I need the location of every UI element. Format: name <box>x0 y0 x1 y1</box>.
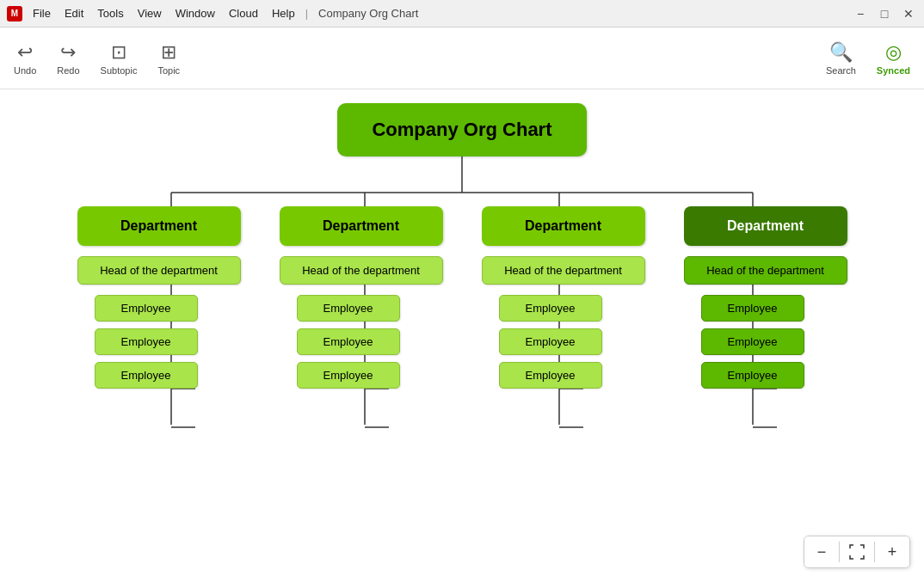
org-chart: Company Org Chart Department Head of the… <box>75 89 849 389</box>
menu-tools[interactable]: Tools <box>97 7 123 20</box>
emp-node-4-3[interactable]: Employee <box>701 362 804 389</box>
toolbar-left: ↩ Undo ↪ Redo ⊡ Subtopic ⊞ Topic <box>14 41 180 76</box>
toolbar: ↩ Undo ↪ Redo ⊡ Subtopic ⊞ Topic 🔍 Searc… <box>0 28 924 89</box>
app-logo: M <box>7 6 22 21</box>
head-label-3: Head of the department <box>504 264 622 277</box>
emp-node-3-3[interactable]: Employee <box>499 362 602 389</box>
zoom-out-button[interactable]: − <box>804 536 839 567</box>
emp-label-4-2: Employee <box>728 335 778 348</box>
emp-node-2-3[interactable]: Employee <box>297 362 400 389</box>
window-controls: − □ ✕ <box>852 5 917 22</box>
emp-node-3-1[interactable]: Employee <box>499 295 602 322</box>
emp-node-1-2[interactable]: Employee <box>95 328 198 355</box>
topic-button[interactable]: ⊞ Topic <box>157 41 180 76</box>
dept-column-4: Department Head of the department Employ… <box>681 206 849 389</box>
close-button[interactable]: ✕ <box>900 5 917 22</box>
subtopic-label: Subtopic <box>101 65 138 76</box>
synced-icon: ◎ <box>885 41 902 64</box>
dept-column-1: Department Head of the department Employ… <box>75 206 243 389</box>
minimize-button[interactable]: − <box>852 5 869 22</box>
root-label: Company Org Chart <box>372 119 551 140</box>
redo-button[interactable]: ↪ Redo <box>57 41 79 76</box>
root-node[interactable]: Company Org Chart <box>337 103 586 156</box>
redo-label: Redo <box>57 65 79 76</box>
dept-label-1: Department <box>120 218 197 233</box>
emp-label-3-2: Employee <box>526 335 576 348</box>
dept-node-1[interactable]: Department <box>77 206 241 246</box>
title-bar: M File Edit Tools View Window Cloud Help… <box>0 0 924 28</box>
dept-node-4[interactable]: Department <box>684 206 847 246</box>
emp-node-1-1[interactable]: Employee <box>95 295 198 322</box>
topic-label: Topic <box>157 65 180 76</box>
employees-list-3: Employee Employee Employee <box>482 295 645 389</box>
emp-label-4-1: Employee <box>728 302 778 315</box>
emp-label-3-1: Employee <box>526 302 576 315</box>
dept-label-2: Department <box>323 218 399 233</box>
departments-row: Department Head of the department Employ… <box>75 206 849 389</box>
search-icon: 🔍 <box>829 41 853 64</box>
dept-label-4: Department <box>727 218 804 233</box>
menu-file[interactable]: File <box>33 7 51 20</box>
search-label: Search <box>826 65 856 76</box>
title-bar-left: M File Edit Tools View Window Cloud Help… <box>7 6 418 21</box>
maximize-button[interactable]: □ <box>876 5 893 22</box>
menu-view[interactable]: View <box>138 7 162 20</box>
emp-label-2-1: Employee <box>323 302 373 315</box>
emp-label-3-3: Employee <box>526 369 576 382</box>
topic-icon: ⊞ <box>161 41 176 64</box>
head-label-2: Head of the department <box>302 264 420 277</box>
window-title: Company Org Chart <box>318 7 418 20</box>
emp-label-2-2: Employee <box>323 335 373 348</box>
head-label-1: Head of the department <box>100 264 218 277</box>
undo-icon: ↩ <box>17 41 33 64</box>
menu-bar: File Edit Tools View Window Cloud Help <box>33 7 295 20</box>
emp-label-2-3: Employee <box>323 369 373 382</box>
dept-node-3[interactable]: Department <box>482 206 645 246</box>
menu-cloud[interactable]: Cloud <box>229 7 258 20</box>
dept-column-2: Department Head of the department Employ… <box>277 206 445 389</box>
emp-label-1-1: Employee <box>121 302 171 315</box>
emp-node-4-2[interactable]: Employee <box>701 328 804 355</box>
emp-label-4-3: Employee <box>728 369 778 382</box>
head-label-4: Head of the department <box>706 264 824 277</box>
emp-node-3-2[interactable]: Employee <box>499 328 602 355</box>
toolbar-right: 🔍 Search ◎ Synced <box>826 41 910 76</box>
subtopic-button[interactable]: ⊡ Subtopic <box>101 41 138 76</box>
canvas: Company Org Chart Department Head of the… <box>0 89 924 582</box>
subtopic-icon: ⊡ <box>111 41 126 64</box>
emp-node-2-1[interactable]: Employee <box>297 295 400 322</box>
zoom-in-button[interactable]: + <box>875 536 909 567</box>
dept-node-2[interactable]: Department <box>280 206 443 246</box>
emp-node-4-1[interactable]: Employee <box>701 295 804 322</box>
employees-list-1: Employee Employee Employee <box>77 295 241 389</box>
emp-label-1-3: Employee <box>121 369 171 382</box>
menu-help[interactable]: Help <box>272 7 295 20</box>
title-divider: | <box>305 7 308 20</box>
employees-list-2: Employee Employee Employee <box>280 295 443 389</box>
zoom-controls: − + <box>804 536 910 568</box>
zoom-fit-button[interactable] <box>840 536 874 567</box>
synced-label: Synced <box>877 65 910 76</box>
menu-edit[interactable]: Edit <box>65 7 83 20</box>
head-node-4[interactable]: Head of the department <box>684 256 847 285</box>
redo-icon: ↪ <box>60 41 76 64</box>
dept-label-3: Department <box>525 218 601 233</box>
head-node-2[interactable]: Head of the department <box>280 256 443 285</box>
employees-list-4: Employee Employee Employee <box>684 295 847 389</box>
emp-label-1-2: Employee <box>121 335 171 348</box>
menu-window[interactable]: Window <box>176 7 215 20</box>
search-button[interactable]: 🔍 Search <box>826 41 856 76</box>
head-node-1[interactable]: Head of the department <box>77 256 241 285</box>
dept-column-3: Department Head of the department Employ… <box>479 206 647 389</box>
undo-label: Undo <box>14 65 36 76</box>
emp-node-2-2[interactable]: Employee <box>297 328 400 355</box>
undo-button[interactable]: ↩ Undo <box>14 41 36 76</box>
emp-node-1-3[interactable]: Employee <box>95 362 198 389</box>
head-node-3[interactable]: Head of the department <box>482 256 645 285</box>
synced-button[interactable]: ◎ Synced <box>877 41 910 76</box>
